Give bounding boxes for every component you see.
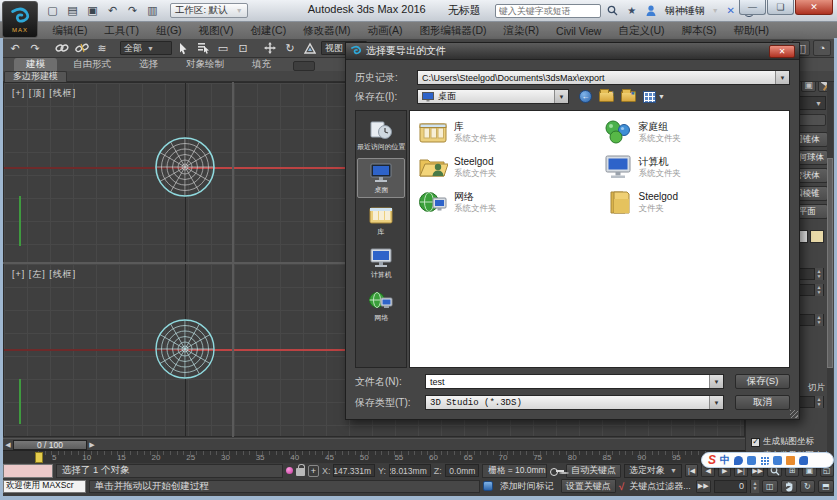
checkbox-checked-icon[interactable]: ✓ <box>751 438 760 447</box>
menu-scripting[interactable]: 脚本(S) <box>673 22 725 39</box>
menu-tools[interactable]: 工具(T) <box>96 22 147 39</box>
menu-create[interactable]: 创建(C) <box>242 22 295 39</box>
search-icon[interactable] <box>606 4 620 18</box>
ribbon-tab-object-paint[interactable]: 对象绘制 <box>174 58 236 71</box>
menu-edit[interactable]: 编辑(E) <box>44 22 96 39</box>
sogou-logo[interactable]: S <box>708 454 716 466</box>
spinner-arrows-icon[interactable]: ▲▼ <box>814 284 823 296</box>
file-item-computer[interactable]: 计算机系统文件夹 <box>603 154 786 180</box>
undo-button[interactable]: ↶ <box>104 3 121 19</box>
absolute-mode-icon[interactable]: + <box>308 465 319 477</box>
next-frame-arrow[interactable]: ▶ <box>87 440 97 450</box>
search-input[interactable] <box>495 4 601 18</box>
x-coordinate-field[interactable]: -147.331m <box>333 464 375 477</box>
menu-animation[interactable]: 动画(A) <box>359 22 411 39</box>
time-slider[interactable]: 0 / 100 <box>13 440 87 450</box>
undo-icon[interactable]: ↶ <box>6 40 24 56</box>
minimize-button[interactable]: — <box>739 0 766 15</box>
ribbon-tab-freeform[interactable]: 自由形式 <box>61 58 123 71</box>
redo-icon[interactable]: ↷ <box>26 40 44 56</box>
panel-scrollbar[interactable] <box>827 58 833 463</box>
time-marker[interactable] <box>35 452 43 463</box>
menu-group[interactable]: 组(G) <box>147 22 190 39</box>
sidebar-item-computer[interactable]: 计算机 <box>357 243 405 283</box>
menu-civil-view[interactable]: Civil View <box>548 22 610 39</box>
go-to-start-button[interactable]: |◀ <box>685 464 699 477</box>
menu-rendering[interactable]: 渲染(R) <box>495 22 548 39</box>
select-and-scale-icon[interactable] <box>301 40 319 56</box>
pan-hand-icon[interactable] <box>781 480 797 493</box>
exchange-icon[interactable]: ✕ <box>724 4 738 18</box>
selection-lock-pin-icon[interactable] <box>286 466 293 476</box>
sign-in-person-icon[interactable] <box>644 4 658 18</box>
star-icon[interactable]: ★ <box>625 4 639 18</box>
menu-customize[interactable]: 自定义(U) <box>610 22 673 39</box>
current-frame-field[interactable]: 0 <box>714 480 747 493</box>
viewport-left-label[interactable]: [+] [左] [线框] <box>12 268 76 281</box>
ime-toolbar[interactable]: S 中 <box>701 452 834 468</box>
maximize-button[interactable]: ❏ <box>767 0 794 15</box>
back-to-last-folder-icon[interactable]: ← <box>579 90 592 103</box>
file-item-homegroup[interactable]: 家庭组系统文件夹 <box>603 119 786 145</box>
track-bar[interactable]: 51015 202530 354045 505560 657075 808590… <box>3 450 745 463</box>
select-and-rotate-icon[interactable]: ↻ <box>281 40 299 56</box>
lock-icon[interactable] <box>296 468 305 476</box>
ribbon-options-button[interactable] <box>293 61 315 71</box>
ime-fullhalf-icon[interactable] <box>734 456 743 465</box>
chevron-down-icon[interactable]: ▼ <box>709 375 723 388</box>
isolate-selection-icon[interactable]: ◫ <box>762 480 778 493</box>
select-object-icon[interactable] <box>174 40 192 56</box>
save-button[interactable]: 保存(S) <box>735 374 790 389</box>
sphere-wireframe-left[interactable] <box>153 317 217 381</box>
workspace-select[interactable]: 工作区: 默认 ▼ <box>170 3 248 18</box>
dialog-resize-grip[interactable] <box>790 410 798 418</box>
key-mode-toggle[interactable]: ▶▶ <box>696 480 711 493</box>
window-crossing-icon[interactable]: ⊡ <box>234 40 252 56</box>
ribbon-tab-populate[interactable]: 填充 <box>240 58 283 71</box>
3dsmax-logo[interactable]: MAX <box>2 1 38 38</box>
filename-input[interactable]: test ▼ <box>425 374 724 389</box>
view-menu-button[interactable]: ▼ <box>643 91 665 103</box>
menu-graph-editors[interactable]: 图形编辑器(D) <box>411 22 495 39</box>
z-coordinate-field[interactable]: 0.0mm <box>445 464 480 477</box>
object-color-swatch[interactable] <box>810 230 824 243</box>
menu-help[interactable]: 帮助(H) <box>725 22 778 39</box>
sidebar-item-network[interactable]: 网络 <box>357 286 405 326</box>
select-by-name-icon[interactable] <box>194 40 212 56</box>
redo-button[interactable]: ↷ <box>124 3 141 19</box>
bind-to-space-warp-icon[interactable]: ≋ <box>93 40 111 56</box>
save-file-button[interactable]: ▣ <box>84 3 101 19</box>
set-key-button[interactable]: 设置关键点 <box>561 479 616 493</box>
ime-keyboard-icon[interactable] <box>760 456 769 465</box>
panel-scrollbar-thumb[interactable] <box>827 158 833 368</box>
viewport-top-label[interactable]: [+] [顶] [线框] <box>12 87 76 100</box>
select-and-link-icon[interactable] <box>53 40 71 56</box>
chevron-down-icon[interactable]: ▼ <box>709 396 723 409</box>
orbit-icon[interactable]: ↻ <box>800 480 816 493</box>
select-and-move-icon[interactable] <box>261 40 279 56</box>
selection-filter-dropdown[interactable]: 全部 ▼ <box>120 41 172 55</box>
maxscript-mini-listener[interactable] <box>3 464 53 478</box>
file-item-network[interactable]: 网络系统文件夹 <box>418 189 601 215</box>
selected-filter-dropdown[interactable]: 选定对象 ▼ <box>624 464 682 478</box>
sidebar-item-recent[interactable]: 最近访问的位置 <box>357 116 405 155</box>
close-button[interactable]: ✕ <box>795 0 833 15</box>
filetype-dropdown[interactable]: 3D Studio (*.3DS) ▼ <box>425 395 724 410</box>
save-in-dropdown[interactable]: 桌面 ▼ <box>417 89 569 104</box>
maxscript-listener-text[interactable]: 欢迎使用 MAXScr <box>3 480 86 493</box>
ime-mode-chinese[interactable]: 中 <box>720 453 730 467</box>
ime-settings-icon[interactable] <box>799 456 808 465</box>
spinner-arrows-icon[interactable]: ▲▼ <box>814 314 823 326</box>
history-dropdown[interactable]: C:\Users\Steelgod\Documents\3dsMax\expor… <box>417 70 790 85</box>
file-item-user-folder[interactable]: Steelgod系统文件夹 <box>418 154 601 180</box>
chevron-down-icon[interactable]: ▼ <box>554 90 568 103</box>
viewport-column-divider[interactable] <box>232 82 234 437</box>
ribbon-tab-selection[interactable]: 选择 <box>127 58 170 71</box>
cancel-button[interactable]: 取消 <box>735 395 790 410</box>
username-label[interactable]: 钢神锤钢 <box>665 4 705 18</box>
file-item-libraries[interactable]: 库系统文件夹 <box>418 119 601 145</box>
sphere-wireframe-top[interactable] <box>153 135 217 199</box>
dialog-close-button[interactable]: ✕ <box>769 45 795 58</box>
render-production-icon[interactable]: ◔ <box>813 40 831 56</box>
unlink-selection-icon[interactable] <box>73 40 91 56</box>
